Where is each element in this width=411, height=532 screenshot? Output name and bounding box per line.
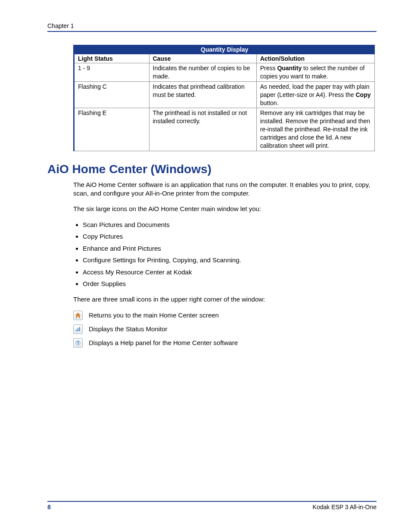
- cell-light-status: Flashing C: [74, 81, 149, 108]
- table-row: Flashing C Indicates that printhead cali…: [74, 81, 375, 108]
- table-title: Quantity Display: [74, 45, 375, 54]
- svg-text:?: ?: [77, 340, 79, 345]
- cell-action: Press Quantity to select the number of c…: [256, 63, 374, 82]
- col-header-cause: Cause: [149, 54, 256, 63]
- icon-desc-row: Returns you to the main Home Center scre…: [73, 311, 377, 320]
- small-icons-paragraph: There are three small icons in the upper…: [73, 295, 377, 304]
- svg-rect-0: [76, 330, 77, 331]
- list-item: Access My Resource Center at Kodak: [83, 268, 377, 277]
- page-number: 8: [47, 504, 51, 510]
- list-item: Scan Pictures and Documents: [83, 221, 377, 229]
- icon-desc-text: Displays the Status Monitor: [89, 325, 168, 333]
- col-header-light-status: Light Status: [74, 54, 149, 63]
- quantity-display-table: Quantity Display Light Status Cause Acti…: [73, 45, 375, 151]
- icon-desc-text: Returns you to the main Home Center scre…: [89, 311, 219, 319]
- icon-desc-row: ? Displays a Help panel for the Home Cen…: [73, 338, 377, 348]
- page-footer: 8 Kodak ESP 3 All-in-One: [47, 501, 377, 510]
- chapter-header: Chapter 1: [47, 22, 377, 32]
- product-name: Kodak ESP 3 All-in-One: [313, 504, 377, 510]
- icons-lead-paragraph: The six large icons on the AiO Home Cent…: [73, 205, 377, 213]
- cell-action: As needed, load the paper tray with plai…: [256, 81, 374, 108]
- icon-desc-text: Displays a Help panel for the Home Cente…: [89, 339, 238, 346]
- cell-cause: Indicates the number of copies to be mad…: [149, 63, 256, 82]
- help-icon: ?: [73, 338, 83, 348]
- feature-list: Scan Pictures and Documents Copy Picture…: [73, 221, 377, 288]
- list-item: Copy Pictures: [83, 232, 377, 241]
- cell-cause: Indicates that printhead calibration mus…: [149, 81, 256, 108]
- section-heading: AiO Home Center (Windows): [47, 162, 377, 176]
- table-row: Flashing E The printhead is not installe…: [74, 108, 375, 151]
- svg-rect-1: [78, 328, 78, 331]
- status-monitor-icon: [73, 324, 83, 334]
- list-item: Configure Settings for Printing, Copying…: [83, 256, 377, 264]
- svg-rect-2: [79, 327, 80, 331]
- cell-light-status: Flashing E: [74, 108, 149, 151]
- intro-paragraph: The AiO Home Center software is an appli…: [73, 180, 377, 198]
- cell-light-status: 1 - 9: [74, 63, 149, 82]
- home-icon: [73, 311, 83, 320]
- cell-action: Remove any ink cartridges that may be in…: [256, 108, 374, 151]
- col-header-action: Action/Solution: [256, 54, 374, 63]
- icon-desc-row: Displays the Status Monitor: [73, 324, 377, 334]
- cell-cause: The printhead is not installed or not in…: [149, 108, 256, 151]
- list-item: Order Supplies: [83, 280, 377, 288]
- table-row: 1 - 9 Indicates the number of copies to …: [74, 63, 375, 82]
- list-item: Enhance and Print Pictures: [83, 244, 377, 253]
